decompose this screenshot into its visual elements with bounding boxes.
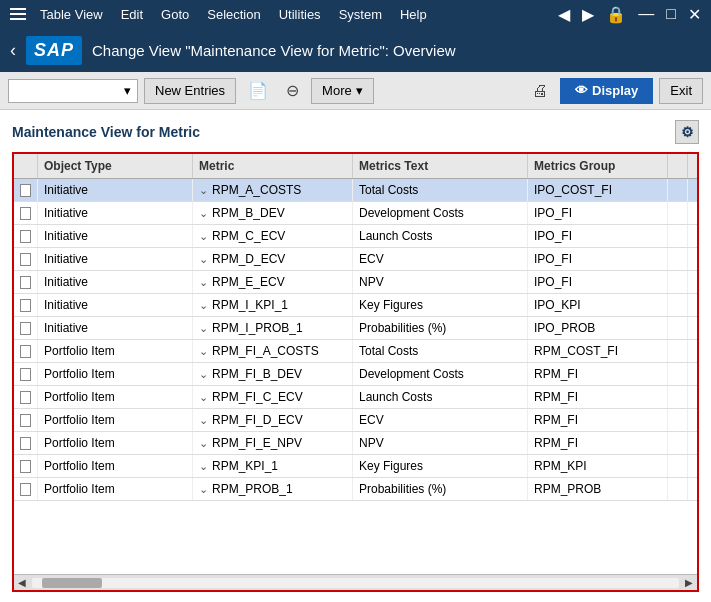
table-row[interactable]: Portfolio Item ⌄ RPM_FI_D_ECV ECV RPM_FI [14,409,697,432]
row-checkbox[interactable] [14,294,38,316]
nav-lock-btn[interactable]: 🔒 [602,3,630,26]
copy-button[interactable]: 📄 [242,79,274,102]
delete-button[interactable]: ⊖ [280,79,305,102]
checkbox-box[interactable] [20,299,31,312]
display-button[interactable]: 👁 Display [560,78,653,104]
title-bar: ‹ SAP Change View "Maintenance View for … [0,28,711,72]
toolbar-dropdown[interactable]: ▾ [8,79,138,103]
header-metrics-group: Metrics Group [528,154,668,178]
row-checkbox[interactable] [14,248,38,270]
checkbox-box[interactable] [20,368,31,381]
table-row[interactable]: Portfolio Item ⌄ RPM_FI_C_ECV Launch Cos… [14,386,697,409]
checkbox-box[interactable] [20,230,31,243]
print-button[interactable]: 🖨 [526,80,554,102]
cell-metric: ⌄ RPM_D_ECV [193,248,353,270]
expand-icon[interactable]: ⌄ [199,253,208,266]
checkbox-box[interactable] [20,483,31,496]
menu-system[interactable]: System [331,5,390,24]
header-object-type: Object Type [38,154,193,178]
checkbox-box[interactable] [20,414,31,427]
expand-icon[interactable]: ⌄ [199,437,208,450]
menu-help[interactable]: Help [392,5,435,24]
table-row[interactable]: Portfolio Item ⌄ RPM_FI_B_DEV Developmen… [14,363,697,386]
row-checkbox[interactable] [14,409,38,431]
row-checkbox[interactable] [14,432,38,454]
cell-scroll-indicator [668,409,688,431]
expand-icon[interactable]: ⌄ [199,345,208,358]
row-checkbox[interactable] [14,225,38,247]
nav-maximize-btn[interactable]: □ [662,3,680,26]
menu-goto[interactable]: Goto [153,5,197,24]
expand-icon[interactable]: ⌄ [199,460,208,473]
table-row[interactable]: Initiative ⌄ RPM_C_ECV Launch Costs IPO_… [14,225,697,248]
expand-icon[interactable]: ⌄ [199,207,208,220]
scroll-h-track[interactable] [32,578,679,588]
table-row[interactable]: Portfolio Item ⌄ RPM_KPI_1 Key Figures R… [14,455,697,478]
nav-minimize-btn[interactable]: — [634,3,658,26]
checkbox-box[interactable] [20,460,31,473]
checkbox-box[interactable] [20,437,31,450]
table-row[interactable]: Initiative ⌄ RPM_E_ECV NPV IPO_FI [14,271,697,294]
expand-icon[interactable]: ⌄ [199,184,208,197]
table-row[interactable]: Initiative ⌄ RPM_A_COSTS Total Costs IPO… [14,179,697,202]
expand-icon[interactable]: ⌄ [199,368,208,381]
row-checkbox[interactable] [14,386,38,408]
toolbar: ▾ New Entries 📄 ⊖ More ▾ 🖨 👁 Display Exi… [0,72,711,110]
row-checkbox[interactable] [14,202,38,224]
table-row[interactable]: Portfolio Item ⌄ RPM_FI_E_NPV NPV RPM_FI [14,432,697,455]
nav-close-btn[interactable]: ✕ [684,3,705,26]
cell-metrics-group: IPO_FI [528,271,668,293]
horizontal-scrollbar[interactable]: ◀ ▶ [14,574,697,590]
exit-button[interactable]: Exit [659,78,703,104]
section-header: Maintenance View for Metric ⚙ [12,120,699,144]
expand-icon[interactable]: ⌄ [199,391,208,404]
menu-edit[interactable]: Edit [113,5,151,24]
checkbox-box[interactable] [20,276,31,289]
expand-icon[interactable]: ⌄ [199,414,208,427]
row-checkbox[interactable] [14,271,38,293]
row-checkbox[interactable] [14,340,38,362]
scroll-right-icon[interactable]: ▶ [681,577,697,588]
row-checkbox[interactable] [14,363,38,385]
cell-metric: ⌄ RPM_FI_D_ECV [193,409,353,431]
checkbox-box[interactable] [20,391,31,404]
cell-scroll-indicator [668,455,688,477]
table-row[interactable]: Initiative ⌄ RPM_B_DEV Development Costs… [14,202,697,225]
hamburger-menu[interactable] [6,4,30,24]
checkbox-box[interactable] [20,207,31,220]
table-row[interactable]: Portfolio Item ⌄ RPM_FI_A_COSTS Total Co… [14,340,697,363]
more-button[interactable]: More ▾ [311,78,374,104]
row-checkbox[interactable] [14,317,38,339]
expand-icon[interactable]: ⌄ [199,483,208,496]
cell-metrics-text: Probabilities (%) [353,478,528,500]
expand-icon[interactable]: ⌄ [199,299,208,312]
menu-tableview[interactable]: Table View [32,5,111,24]
nav-forward-btn[interactable]: ▶ [578,3,598,26]
settings-button[interactable]: ⚙ [675,120,699,144]
row-checkbox[interactable] [14,478,38,500]
row-checkbox[interactable] [14,179,38,201]
scroll-h-thumb[interactable] [42,578,102,588]
nav-back-btn[interactable]: ◀ [554,3,574,26]
row-checkbox[interactable] [14,455,38,477]
scroll-left-icon[interactable]: ◀ [14,577,30,588]
menu-selection[interactable]: Selection [199,5,268,24]
checkbox-box[interactable] [20,345,31,358]
checkbox-box[interactable] [20,322,31,335]
cell-metric: ⌄ RPM_FI_A_COSTS [193,340,353,362]
table-row[interactable]: Initiative ⌄ RPM_D_ECV ECV IPO_FI [14,248,697,271]
new-entries-button[interactable]: New Entries [144,78,236,104]
back-button[interactable]: ‹ [10,40,16,61]
table-row[interactable]: Portfolio Item ⌄ RPM_PROB_1 Probabilitie… [14,478,697,501]
expand-icon[interactable]: ⌄ [199,230,208,243]
cell-metrics-text: Launch Costs [353,386,528,408]
table-row[interactable]: Initiative ⌄ RPM_I_PROB_1 Probabilities … [14,317,697,340]
section-title-text: Maintenance View for Metric [12,124,200,140]
expand-icon[interactable]: ⌄ [199,276,208,289]
display-label: Display [592,83,638,98]
expand-icon[interactable]: ⌄ [199,322,208,335]
checkbox-box[interactable] [20,184,31,197]
checkbox-box[interactable] [20,253,31,266]
table-row[interactable]: Initiative ⌄ RPM_I_KPI_1 Key Figures IPO… [14,294,697,317]
menu-utilities[interactable]: Utilities [271,5,329,24]
